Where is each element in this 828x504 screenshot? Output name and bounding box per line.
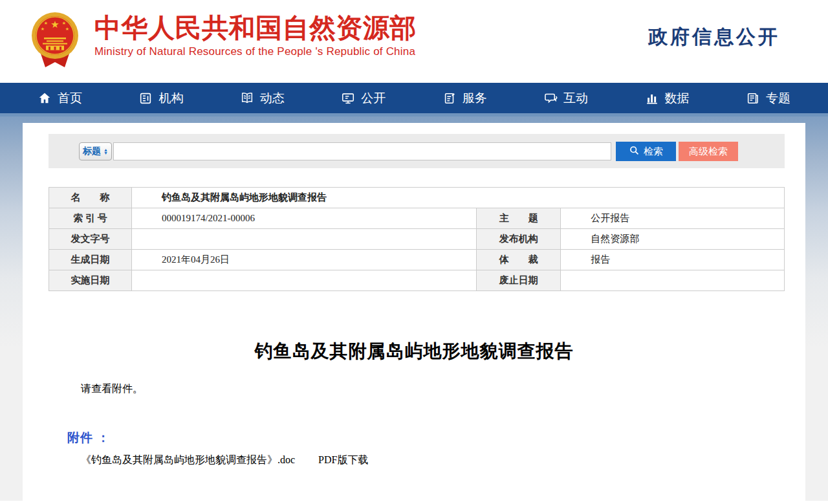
disclosure-icon bbox=[341, 91, 355, 105]
meta-value-genre: 报告 bbox=[561, 250, 785, 270]
nav-item-label: 公开 bbox=[361, 90, 386, 107]
content-panel: 标题 ▲▼ 检索 高级检索 名 称 钓鱼岛及其附属岛屿地形地貌调查报告 索 引 … bbox=[23, 123, 805, 501]
select-arrows-icon: ▲▼ bbox=[104, 148, 108, 155]
home-icon bbox=[38, 91, 52, 105]
attachments-list: 《钓鱼岛及其附属岛屿地形地貌调查报告》.doc PDF版下载 bbox=[81, 454, 368, 467]
page-section-title: 政府信息公开 bbox=[648, 24, 780, 50]
nav-item-label: 数据 bbox=[665, 90, 690, 107]
meta-label-name: 名 称 bbox=[49, 188, 132, 208]
organization-icon bbox=[138, 91, 153, 105]
nav-item-organization[interactable]: 机构 bbox=[138, 90, 183, 107]
meta-value-effective-date bbox=[131, 270, 477, 291]
meta-value-topic: 公开报告 bbox=[561, 208, 785, 229]
meta-value-doc-number bbox=[131, 229, 477, 250]
data-icon bbox=[645, 91, 659, 105]
table-row: 发文字号 发布机构 自然资源部 bbox=[49, 229, 785, 250]
meta-value-created-date: 2021年04月26日 bbox=[131, 250, 477, 270]
meta-value-index-no: 000019174/2021-00006 bbox=[131, 208, 477, 229]
meta-label-index-no: 索 引 号 bbox=[49, 208, 132, 229]
site-header: ★ ★ ★ ★ ★ 中华人民共和国自然资源部 Ministry of Natur… bbox=[0, 0, 828, 83]
interaction-icon bbox=[543, 91, 558, 105]
nav-item-label: 服务 bbox=[463, 90, 487, 107]
meta-label-issuing-agency: 发布机构 bbox=[477, 229, 561, 250]
meta-label-genre: 体 裁 bbox=[477, 250, 561, 270]
svg-text:★: ★ bbox=[44, 21, 48, 25]
attachment-pdf-link[interactable]: PDF版下载 bbox=[318, 454, 368, 465]
nav-item-service[interactable]: 服务 bbox=[442, 90, 487, 107]
nav-item-interaction[interactable]: 互动 bbox=[543, 90, 588, 107]
table-row: 实施日期 废止日期 bbox=[49, 270, 785, 291]
table-row: 索 引 号 000019174/2021-00006 主 题 公开报告 bbox=[49, 208, 785, 229]
svg-text:★: ★ bbox=[50, 19, 59, 30]
article-body-text: 请查看附件。 bbox=[81, 382, 143, 396]
search-input[interactable] bbox=[113, 142, 611, 160]
article-title: 钓鱼岛及其附属岛屿地形地貌调查报告 bbox=[23, 339, 805, 364]
nav-item-label: 首页 bbox=[58, 90, 82, 107]
topics-icon bbox=[746, 91, 760, 105]
nav-item-label: 机构 bbox=[158, 90, 183, 107]
meta-label-doc-number: 发文字号 bbox=[49, 229, 132, 250]
nav-item-home[interactable]: 首页 bbox=[38, 90, 82, 107]
service-icon bbox=[442, 91, 457, 105]
national-emblem-logo: ★ ★ ★ ★ ★ bbox=[31, 9, 79, 75]
page-background: 标题 ▲▼ 检索 高级检索 名 称 钓鱼岛及其附属岛屿地形地貌调查报告 索 引 … bbox=[0, 116, 828, 501]
nav-item-topics[interactable]: 专题 bbox=[746, 90, 790, 107]
attachment-doc-link[interactable]: 《钓鱼岛及其附属岛屿地形地貌调查报告》.doc bbox=[81, 454, 295, 465]
svg-text:★: ★ bbox=[41, 27, 45, 31]
meta-label-topic: 主 题 bbox=[477, 208, 561, 229]
news-icon bbox=[240, 91, 254, 105]
meta-value-name: 钓鱼岛及其附属岛屿地形地貌调查报告 bbox=[131, 188, 784, 208]
agency-name-en: Ministry of Natural Resources of the Peo… bbox=[94, 45, 417, 58]
nav-item-label: 专题 bbox=[766, 90, 790, 107]
main-navigation: 首页 机构 动态 公开 服务 互动 数据 bbox=[0, 83, 828, 116]
nav-item-disclosure[interactable]: 公开 bbox=[341, 90, 386, 107]
svg-text:★: ★ bbox=[65, 27, 69, 31]
table-row: 名 称 钓鱼岛及其附属岛屿地形地貌调查报告 bbox=[49, 188, 785, 208]
search-button[interactable]: 检索 bbox=[616, 142, 676, 161]
advanced-search-button[interactable]: 高级检索 bbox=[679, 142, 738, 161]
meta-label-created-date: 生成日期 bbox=[49, 250, 132, 270]
meta-label-effective-date: 实施日期 bbox=[49, 270, 132, 291]
search-field-select[interactable]: 标题 ▲▼ bbox=[79, 142, 112, 160]
meta-label-repeal-date: 废止日期 bbox=[477, 270, 561, 291]
table-row: 生成日期 2021年04月26日 体 裁 报告 bbox=[49, 250, 785, 270]
search-icon bbox=[629, 145, 640, 158]
search-bar: 标题 ▲▼ 检索 高级检索 bbox=[49, 134, 785, 168]
attachments-label: 附件 ： bbox=[67, 430, 110, 446]
nav-item-data[interactable]: 数据 bbox=[645, 90, 690, 107]
agency-title-block: 中华人民共和国自然资源部 Ministry of Natural Resourc… bbox=[94, 13, 417, 58]
meta-value-repeal-date bbox=[561, 270, 785, 291]
search-button-label: 检索 bbox=[644, 146, 663, 158]
nav-item-label: 互动 bbox=[563, 90, 588, 107]
search-field-select-value: 标题 bbox=[83, 146, 101, 157]
meta-value-issuing-agency: 自然资源部 bbox=[561, 229, 785, 250]
document-meta-table: 名 称 钓鱼岛及其附属岛屿地形地貌调查报告 索 引 号 000019174/20… bbox=[49, 187, 785, 291]
advanced-search-button-label: 高级检索 bbox=[689, 146, 728, 158]
nav-item-news[interactable]: 动态 bbox=[240, 90, 285, 107]
svg-text:★: ★ bbox=[62, 21, 66, 25]
agency-name-cn: 中华人民共和国自然资源部 bbox=[94, 13, 417, 43]
nav-item-label: 动态 bbox=[260, 90, 285, 107]
